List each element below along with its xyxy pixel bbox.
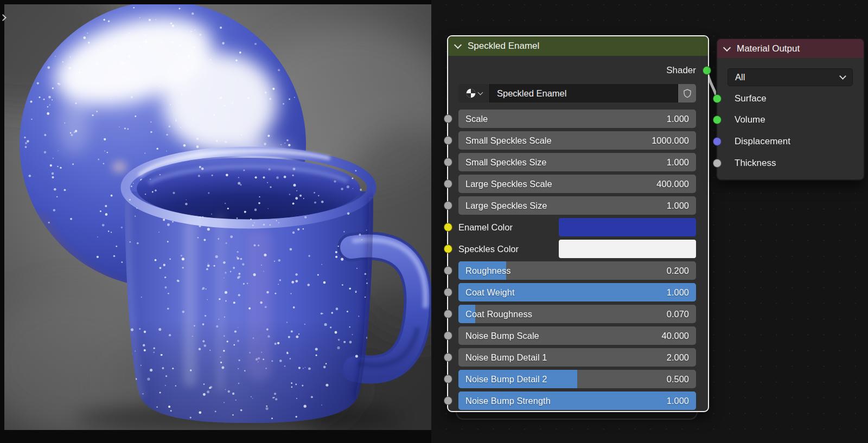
param-value: 1000.000 (652, 131, 689, 150)
input-socket-roughness[interactable] (444, 266, 452, 275)
render-image (4, 4, 431, 430)
input-socket-large-speckles-scale[interactable] (444, 179, 452, 188)
slider-noise-bump-strength[interactable]: Noise Bump Strength1.000 (458, 391, 696, 410)
param-label: Scale (465, 110, 488, 128)
param-value: 40.000 (662, 326, 689, 345)
param-row-small-speckles-scale[interactable]: Small Speckles Scale1000.000 (448, 131, 708, 150)
output-target-dropdown[interactable]: All (727, 68, 853, 86)
input-socket-noise-bump-scale[interactable] (444, 331, 452, 340)
param-label: Noise Bump Detail 2 (465, 370, 547, 388)
nodegroup-selector-row: Speckled Enamel (458, 84, 696, 102)
input-row-volume: Volume (717, 111, 864, 129)
param-row-large-speckles-size[interactable]: Large Speckles Size1.000 (448, 196, 708, 215)
node-title: Speckled Enamel (468, 41, 539, 52)
param-row-enamel-color[interactable]: Enamel Color (448, 218, 708, 236)
param-label: Large Speckles Scale (465, 175, 552, 193)
param-label: Coat Roughness (465, 305, 532, 323)
slider-coat-weight[interactable]: Coat Weight1.000 (458, 283, 696, 301)
slider-coat-roughness[interactable]: Coat Roughness0.070 (458, 305, 696, 323)
collapse-chevron-icon[interactable] (454, 41, 462, 49)
number-field-large-speckles-scale[interactable]: Large Speckles Scale400.000 (458, 175, 696, 193)
param-row-noise-bump-detail-1[interactable]: Noise Bump Detail 12.000 (448, 348, 708, 367)
nodegroup-name-field[interactable]: Speckled Enamel (489, 84, 678, 102)
input-label: Surface (735, 89, 767, 108)
param-value: 0.200 (667, 261, 689, 280)
param-row-noise-bump-detail-2[interactable]: Noise Bump Detail 20.500 (448, 370, 708, 388)
param-row-small-speckles-size[interactable]: Small Speckles Size1.000 (448, 153, 708, 171)
param-label: Small Speckles Scale (465, 131, 552, 150)
param-value: 1.000 (667, 196, 689, 215)
input-socket-scale[interactable] (444, 114, 452, 123)
input-row-thickness: Thickness (717, 154, 864, 172)
input-label: Thickness (735, 154, 776, 172)
input-label: Displacement (735, 132, 790, 151)
nodegroup-browse-button[interactable] (458, 84, 489, 102)
param-label: Roughness (465, 261, 510, 280)
param-row-noise-bump-strength[interactable]: Noise Bump Strength1.000 (448, 391, 708, 410)
input-socket-volume[interactable] (713, 115, 722, 124)
param-value: 1.000 (667, 110, 689, 128)
param-label: Noise Bump Scale (465, 326, 539, 345)
input-socket-speckles-color[interactable] (444, 245, 452, 253)
color-swatch-enamel-color[interactable] (559, 218, 696, 236)
input-label: Volume (735, 111, 765, 129)
number-field-noise-bump-detail-1[interactable]: Noise Bump Detail 12.000 (458, 348, 696, 367)
param-row-speckles-color[interactable]: Speckles Color (448, 240, 708, 258)
output-socket-shader[interactable] (703, 66, 711, 75)
input-socket-displacement[interactable] (713, 137, 722, 146)
color-swatch-speckles-color[interactable] (559, 240, 696, 258)
input-socket-small-speckles-scale[interactable] (444, 136, 452, 145)
input-socket-noise-bump-detail-1[interactable] (444, 353, 452, 362)
param-row-roughness[interactable]: Roughness0.200 (448, 261, 708, 280)
input-socket-noise-bump-strength[interactable] (444, 396, 452, 405)
number-field-large-speckles-size[interactable]: Large Speckles Size1.000 (458, 196, 696, 215)
param-label: Enamel Color (458, 218, 513, 236)
node-header-speckled-enamel[interactable]: Speckled Enamel (448, 36, 708, 56)
input-socket-thickness[interactable] (713, 159, 722, 168)
node-behind-edge (456, 411, 698, 420)
node-header-material-output[interactable]: Material Output (717, 39, 864, 58)
input-socket-coat-weight[interactable] (444, 288, 452, 297)
param-value: 1.000 (667, 283, 689, 301)
param-label: Large Speckles Size (465, 196, 547, 215)
collapse-chevron-icon[interactable] (723, 43, 731, 51)
node-material-output[interactable]: Material Output All SurfaceVolumeDisplac… (716, 38, 865, 181)
input-socket-noise-bump-detail-2[interactable] (444, 375, 452, 383)
input-socket-coat-roughness[interactable] (444, 310, 452, 318)
number-field-small-speckles-scale[interactable]: Small Speckles Scale1000.000 (458, 131, 696, 150)
node-speckled-enamel[interactable]: Speckled Enamel Shader Speckled Enamel S… (447, 35, 709, 412)
param-label: Coat Weight (465, 283, 515, 301)
shield-icon (682, 88, 693, 99)
input-row-surface: Surface (717, 89, 864, 108)
param-value: 0.070 (667, 305, 689, 323)
param-label: Speckles Color (458, 240, 519, 258)
input-socket-small-speckles-size[interactable] (444, 158, 452, 166)
number-field-scale[interactable]: Scale1.000 (458, 110, 696, 128)
param-value: 1.000 (667, 391, 689, 410)
number-field-small-speckles-size[interactable]: Small Speckles Size1.000 (458, 153, 696, 171)
fake-user-shield-button[interactable] (678, 84, 696, 102)
param-row-noise-bump-scale[interactable]: Noise Bump Scale40.000 (448, 326, 708, 345)
param-label: Noise Bump Strength (465, 391, 551, 410)
slider-noise-bump-detail-2[interactable]: Noise Bump Detail 20.500 (458, 370, 696, 388)
node-title: Material Output (737, 43, 800, 54)
chevron-down-icon (839, 73, 846, 80)
param-row-large-speckles-scale[interactable]: Large Speckles Scale400.000 (448, 175, 708, 193)
render-preview-3d-viewport[interactable] (4, 4, 431, 430)
input-socket-surface[interactable] (713, 94, 722, 103)
param-value: 1.000 (667, 153, 689, 171)
slider-roughness[interactable]: Roughness0.200 (458, 261, 696, 280)
number-field-noise-bump-scale[interactable]: Noise Bump Scale40.000 (458, 326, 696, 345)
param-row-coat-roughness[interactable]: Coat Roughness0.070 (448, 305, 708, 323)
param-value: 400.000 (656, 175, 689, 193)
shader-output-label: Shader (666, 61, 696, 80)
material-nodetree-icon (465, 88, 476, 99)
param-label: Noise Bump Detail 1 (465, 348, 547, 367)
param-label: Small Speckles Size (465, 153, 546, 171)
input-socket-large-speckles-size[interactable] (444, 201, 452, 210)
param-value: 2.000 (667, 348, 689, 367)
param-row-scale[interactable]: Scale1.000 (448, 110, 708, 128)
param-row-coat-weight[interactable]: Coat Weight1.000 (448, 283, 708, 301)
input-socket-enamel-color[interactable] (444, 223, 452, 232)
input-row-displacement: Displacement (717, 132, 864, 151)
